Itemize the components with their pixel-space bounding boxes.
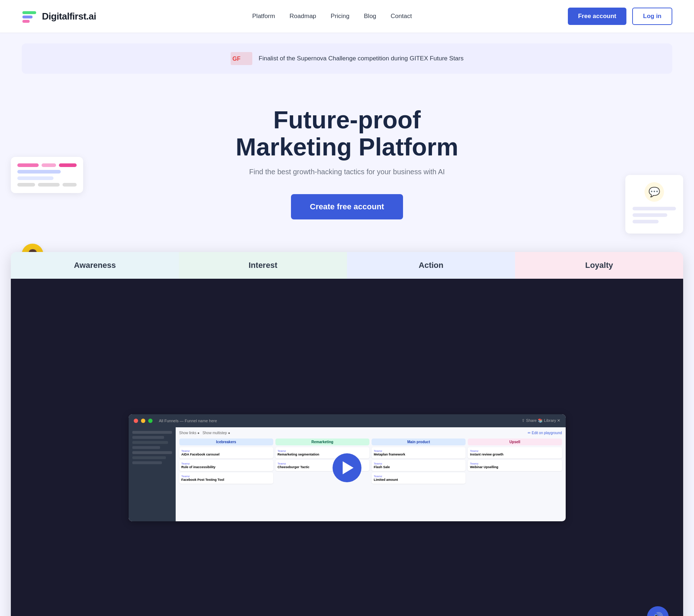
video-wrapper: All Funnels — Funnel name here ⇧ Share 📚… bbox=[11, 279, 683, 616]
free-account-button[interactable]: Free account bbox=[568, 8, 626, 25]
deco-card-right: 💬 bbox=[625, 175, 683, 234]
col-main-product: Main product Teamz Metaplan framework Te… bbox=[372, 439, 466, 484]
dot-green bbox=[148, 419, 153, 423]
card-review: Teamz Instant review growth bbox=[468, 447, 562, 458]
tab-loyalty[interactable]: Loyalty bbox=[515, 252, 683, 279]
video-section: Awareness Interest Action Loyalty All Fu… bbox=[11, 252, 683, 616]
window-actions: ⇧ Share 📚 Library ✕ bbox=[522, 418, 560, 423]
hero-section: 👨 💬 Future-proof Marketing Platform Find… bbox=[0, 85, 694, 252]
nav-platform[interactable]: Platform bbox=[252, 13, 275, 20]
announcement-banner: GF Finalist of the Supernova Challenge c… bbox=[22, 43, 672, 74]
col-header-4: Upsell bbox=[468, 439, 562, 445]
logo[interactable]: Digitalfirst.ai bbox=[22, 8, 96, 24]
tab-awareness[interactable]: Awareness bbox=[11, 252, 179, 279]
funnel-main: Show links ● Show multistep ● ✏ Edit on … bbox=[176, 427, 566, 521]
funnel-sidebar bbox=[129, 427, 176, 521]
card-limited: Teamz Limited amount bbox=[372, 472, 466, 484]
svg-rect-2 bbox=[22, 20, 30, 23]
col-icebreakers: Icebreakers Teamz AIDA Facebook carousel… bbox=[179, 439, 273, 484]
nav-roadmap[interactable]: Roadmap bbox=[290, 13, 316, 20]
funnel-columns: Icebreakers Teamz AIDA Facebook carousel… bbox=[179, 439, 562, 484]
col-upsell: Upsell Teamz Instant review growth Teamz… bbox=[468, 439, 562, 484]
create-free-account-button[interactable]: Create free account bbox=[291, 194, 403, 219]
svg-text:GF: GF bbox=[232, 56, 240, 62]
deco-card-left bbox=[11, 157, 83, 193]
nav-links: Platform Roadmap Pricing Blog Contact bbox=[252, 13, 412, 20]
hero-subtitle: Find the best growth-hacking tactics for… bbox=[14, 168, 680, 176]
navbar: Digitalfirst.ai Platform Roadmap Pricing… bbox=[0, 0, 694, 33]
banner-text: Finalist of the Supernova Challenge comp… bbox=[259, 55, 464, 62]
col-header-3: Main product bbox=[372, 439, 466, 445]
svg-rect-0 bbox=[22, 11, 36, 14]
nav-actions: Free account Log in bbox=[568, 8, 672, 25]
card-flash-sale: Teamz Flash Sale bbox=[372, 460, 466, 471]
card-metaplan: Teamz Metaplan framework bbox=[372, 447, 466, 458]
logo-text: Digitalfirst.ai bbox=[42, 11, 96, 22]
play-icon bbox=[343, 461, 354, 474]
logo-icon bbox=[22, 8, 38, 24]
gitex-logo: GF bbox=[231, 51, 252, 66]
card-aida: Teamz AIDA Facebook carousel bbox=[179, 447, 273, 458]
hero-title: Future-proof Marketing Platform bbox=[14, 106, 680, 161]
video-player[interactable]: All Funnels — Funnel name here ⇧ Share 📚… bbox=[11, 279, 683, 616]
nav-blog[interactable]: Blog bbox=[364, 13, 376, 20]
tab-interest[interactable]: Interest bbox=[179, 252, 347, 279]
tab-action[interactable]: Action bbox=[347, 252, 515, 279]
col-header-1: Icebreakers bbox=[179, 439, 273, 445]
card-webinar: Teamz Webinar Upselling bbox=[468, 460, 562, 471]
svg-rect-1 bbox=[22, 16, 33, 18]
login-button[interactable]: Log in bbox=[632, 8, 672, 25]
window-title: All Funnels — Funnel name here bbox=[159, 419, 217, 423]
chat-icon: 💬 bbox=[644, 182, 664, 202]
nav-contact[interactable]: Contact bbox=[391, 13, 412, 20]
app-titlebar: All Funnels — Funnel name here ⇧ Share 📚… bbox=[129, 414, 566, 427]
col-header-2: Remarketing bbox=[275, 439, 369, 445]
dot-red bbox=[134, 419, 138, 423]
hero-content: Future-proof Marketing Platform Find the… bbox=[0, 85, 694, 252]
sound-button[interactable]: 🔊 bbox=[647, 606, 669, 616]
funnel-tabs: Awareness Interest Action Loyalty bbox=[11, 252, 683, 279]
nav-pricing[interactable]: Pricing bbox=[331, 13, 350, 20]
funnel-toolbar: Show links ● Show multistep ● ✏ Edit on … bbox=[179, 431, 562, 435]
play-button[interactable] bbox=[333, 453, 361, 482]
card-fb: Teamz Facebook Post Testing Tool bbox=[179, 472, 273, 484]
card-rule: Teamz Rule of inaccessibility bbox=[179, 460, 273, 471]
dot-yellow bbox=[141, 419, 145, 423]
